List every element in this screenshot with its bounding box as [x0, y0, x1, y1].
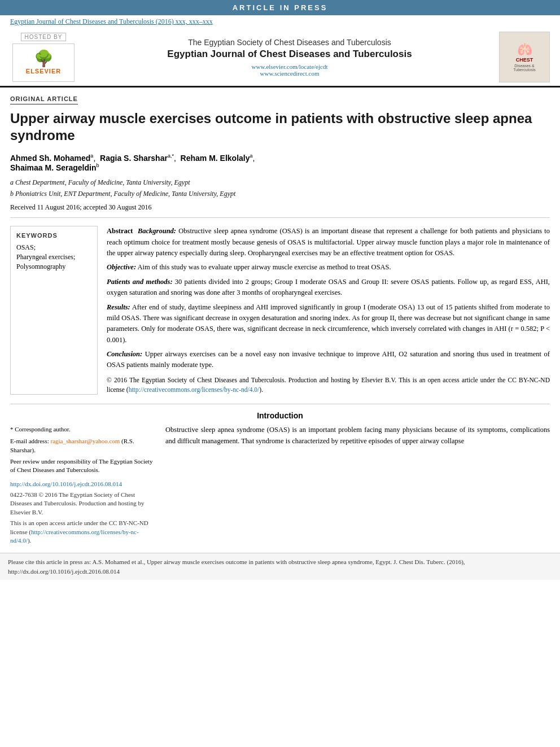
- abstract-column: Abstract Background: Obstructive sleep a…: [107, 226, 550, 395]
- corresponding-author-note: * Corresponding author.: [10, 425, 154, 434]
- intro-right-col: Obstructive sleep apnea syndrome (OSAS) …: [165, 425, 550, 547]
- keyword-2: Pharyngeal exercises;: [16, 253, 91, 261]
- keywords-title: KEYWORDS: [16, 232, 91, 239]
- abstract-results: Results: After end of study, daytime sle…: [107, 302, 550, 346]
- intro-left-col: * Corresponding author. E-mail address: …: [10, 425, 154, 547]
- chest-cover-image: 🫁 CHEST Diseases &Tuberculosis: [513, 42, 535, 72]
- intro-two-col: * Corresponding author. E-mail address: …: [10, 425, 550, 547]
- bottom-license: This is an open access article under the…: [10, 519, 154, 545]
- section-label: ORIGINAL ARTICLE: [10, 95, 78, 104]
- doi-link[interactable]: http://dx.doi.org/10.1016/j.ejcdt.2016.0…: [10, 479, 154, 489]
- journal-name-header: Egyptian Journal of Chest Diseases and T…: [86, 49, 493, 60]
- bottom-issn: 0422-7638 © 2016 The Egyptian Society of…: [10, 491, 154, 517]
- elsevier-tree-icon: 🌳: [34, 51, 54, 67]
- objective-label: Objective:: [107, 263, 136, 271]
- bottom-cc-link[interactable]: http://creativecommons.org/licenses/by-n…: [10, 528, 139, 544]
- main-content: ORIGINAL ARTICLE Upper airway muscle exe…: [0, 88, 560, 547]
- journal-info-center: The Egyptian Society of Chest Diseases a…: [86, 38, 493, 77]
- author-2: Ragia S. Sharshar: [100, 154, 168, 163]
- article-title: Upper airway muscle exercises outcome in…: [10, 110, 550, 144]
- affiliation-b: b Phoniatrics Unit, ENT Department, Facu…: [10, 189, 550, 199]
- email-label: E-mail address:: [10, 438, 49, 444]
- hosted-by-label: HOSTED BY: [21, 33, 67, 41]
- keyword-3: Polysomnography: [16, 263, 91, 271]
- article-in-press-banner: ARTICLE IN PRESS: [0, 0, 560, 15]
- keywords-column: KEYWORDS OSAS; Pharyngeal exercises; Pol…: [10, 226, 98, 395]
- abstract-section: KEYWORDS OSAS; Pharyngeal exercises; Pol…: [10, 226, 550, 395]
- background-label: Background:: [138, 227, 176, 235]
- introduction-section: Introduction * Corresponding author. E-m…: [10, 404, 550, 547]
- journal-line: Egyptian Journal of Chest Diseases and T…: [0, 15, 560, 28]
- email-line: E-mail address: ragia_sharshar@yahoo.com…: [10, 436, 154, 455]
- abstract-objective: Objective: Aim of this study was to eval…: [107, 262, 550, 273]
- chest-journal-cover: 🫁 CHEST Diseases &Tuberculosis: [499, 32, 550, 82]
- conclusion-label: Conclusion:: [107, 350, 142, 358]
- abstract-conclusion: Conclusion: Upper airways exercises can …: [107, 349, 550, 371]
- abstract-patients: Patients and methods: 30 patients divide…: [107, 277, 550, 299]
- society-name: The Egyptian Society of Chest Diseases a…: [86, 38, 493, 47]
- affiliation-a: a Chest Department, Faculty of Medicine,…: [10, 177, 550, 187]
- abstract-background: Abstract Background: Obstructive sleep a…: [107, 226, 550, 259]
- received-line: Received 11 August 2016; accepted 30 Aug…: [10, 203, 550, 218]
- elsevier-branding: HOSTED BY 🌳 ELSEVIER: [7, 33, 80, 82]
- results-text: After end of study, daytime sleepiness a…: [107, 303, 550, 344]
- author-1: Ahmed Sh. Mohamed: [10, 154, 90, 163]
- elsevier-logo: 🌳 ELSEVIER: [12, 43, 75, 82]
- objective-text: Aim of this study was to evaluate upper …: [138, 263, 391, 271]
- abstract-main-label: Abstract: [107, 227, 133, 235]
- conclusion-text: Upper airways exercises can be a novel e…: [107, 350, 550, 369]
- sciencedirect-link[interactable]: www.sciencedirect.com: [86, 70, 493, 77]
- introduction-title: Introduction: [10, 411, 550, 420]
- authors-line: Ahmed Sh. Mohameda, Ragia S. Sharshara,*…: [10, 153, 550, 172]
- abstract-copyright: © 2016 The Egyptian Society of Chest Dis…: [107, 375, 550, 395]
- journal-header: HOSTED BY 🌳 ELSEVIER The Egyptian Societ…: [0, 28, 560, 88]
- keyword-1: OSAS;: [16, 243, 91, 252]
- elsevier-link[interactable]: www.elsevier.com/locate/ejcdt: [86, 63, 493, 70]
- cc-link[interactable]: http://creativecommons.org/licenses/by-n…: [129, 386, 260, 393]
- affiliations: a Chest Department, Faculty of Medicine,…: [10, 177, 550, 199]
- elsevier-wordmark: ELSEVIER: [26, 68, 61, 75]
- author-4: Shaimaa M. Serageldin: [10, 163, 97, 172]
- citation-bar: Please cite this article in press as: A.…: [0, 553, 560, 580]
- author-3: Reham M. Elkolaly: [181, 154, 250, 163]
- header-links: www.elsevier.com/locate/ejcdt www.scienc…: [86, 63, 493, 77]
- results-label: Results:: [107, 303, 130, 311]
- peer-review-line: Peer review under responsibility of The …: [10, 457, 154, 475]
- patients-label: Patients and methods:: [107, 278, 173, 286]
- patients-text: 30 patients divided into 2 groups; Group…: [107, 278, 550, 296]
- email-address[interactable]: ragia_sharshar@yahoo.com: [50, 438, 120, 444]
